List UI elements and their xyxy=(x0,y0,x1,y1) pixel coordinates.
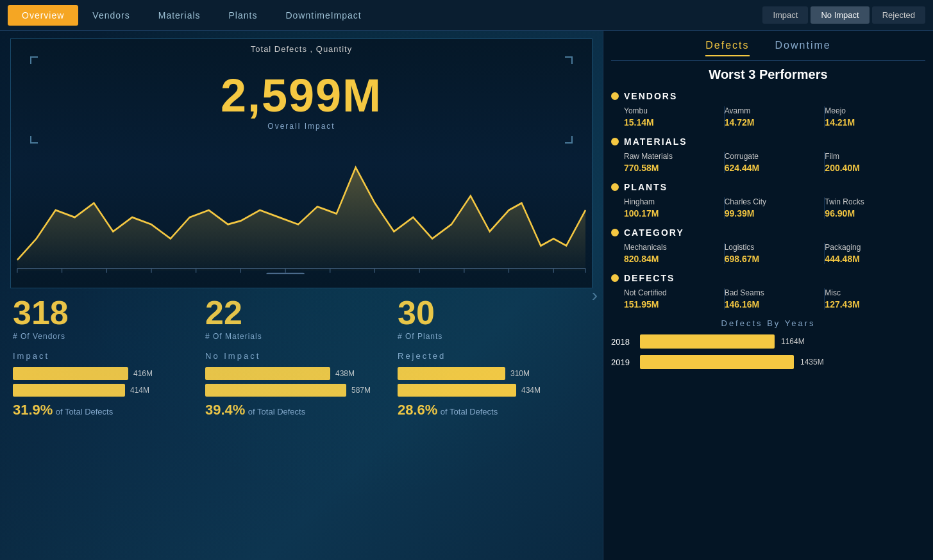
cat-item-name: Corrugate xyxy=(725,152,825,161)
categories-container: VENDORSYombu15.14MAvamm14.72MMeejo14.21M… xyxy=(611,91,925,309)
list-item: Twin Rocks96.90M xyxy=(825,197,925,218)
impact-bar-val-2: 414M xyxy=(130,386,149,395)
rejected-bar-val-1: 310M xyxy=(510,369,530,378)
category-header-vendors: VENDORS xyxy=(611,91,925,101)
vendors-count: 318 xyxy=(13,296,205,329)
rejected-bar-row-2: 434M xyxy=(398,384,590,397)
nav-tabs: Overview Vendors Materials Plants Downti… xyxy=(8,5,762,26)
tab-defects[interactable]: Defects xyxy=(705,40,749,56)
year-value: 1164M xyxy=(781,337,805,346)
list-item: Hingham100.17M xyxy=(624,197,725,218)
list-item: Logistics698.67M xyxy=(725,243,825,264)
next-arrow[interactable]: › xyxy=(592,285,598,306)
category-items-vendors: Yombu15.14MAvamm14.72MMeejo14.21M xyxy=(611,106,925,128)
stat-vendors: 318 # Of Vendors xyxy=(13,296,205,341)
plants-count: 30 xyxy=(398,296,590,329)
tab-vendors[interactable]: Vendors xyxy=(78,5,144,26)
line-chart xyxy=(11,146,592,274)
category-dot-icon xyxy=(611,92,619,100)
filter-no-impact[interactable]: No Impact xyxy=(811,6,869,24)
cat-item-value: 15.14M xyxy=(624,117,725,128)
category-section-category: CATEGORYMechanicals820.84MLogistics698.6… xyxy=(611,227,925,264)
year-bar xyxy=(640,334,775,349)
category-header-materials: MATERIALS xyxy=(611,136,925,147)
worst-title: Worst 3 Performers xyxy=(611,67,925,82)
filter-rejected[interactable]: Rejected xyxy=(872,6,925,24)
impact-percent-rejected: 28.6% of Total Defects xyxy=(398,402,590,418)
impact-percent-no-impact: 39.4% of Total Defects xyxy=(205,402,398,418)
category-title-category: CATEGORY xyxy=(624,227,684,238)
svg-rect-16 xyxy=(266,273,305,274)
year-row-2018: 20181164M xyxy=(611,334,925,349)
list-item: Avamm14.72M xyxy=(725,106,825,128)
year-value: 1435M xyxy=(800,358,824,366)
tab-downtime[interactable]: Downtime xyxy=(775,40,831,56)
impact-percent-impact: 31.9% of Total Defects xyxy=(13,402,205,418)
cat-item-name: Not Certified xyxy=(624,288,725,297)
year-label: 2019 xyxy=(611,358,634,367)
chart-title: Total Defects , Quantity xyxy=(11,39,592,54)
category-items-category: Mechanicals820.84MLogistics698.67MPackag… xyxy=(611,243,925,264)
cat-item-value: 151.95M xyxy=(624,299,725,309)
cat-item-name: Yombu xyxy=(624,106,725,115)
tab-materials[interactable]: Materials xyxy=(144,5,215,26)
list-item: Charles City99.39M xyxy=(725,197,825,218)
category-section-vendors: VENDORSYombu15.14MAvamm14.72MMeejo14.21M xyxy=(611,91,925,128)
list-item: Packaging444.48M xyxy=(825,243,925,264)
category-header-defects: DEFECTS xyxy=(611,273,925,283)
list-item: Misc127.43M xyxy=(825,288,925,309)
category-title-plants: PLANTS xyxy=(624,182,668,192)
stats-row: 318 # Of Vendors 22 # Of Materials 30 # … xyxy=(0,288,603,341)
cat-item-name: Avamm xyxy=(725,106,825,115)
years-section: Defects By Years 20181164M20191435M xyxy=(611,318,925,369)
list-item: Bad Seams146.16M xyxy=(725,288,825,309)
list-item: Meejo14.21M xyxy=(825,106,925,128)
filter-impact[interactable]: Impact xyxy=(762,6,808,24)
no-impact-bar-val-1: 438M xyxy=(335,369,355,378)
category-dot-icon xyxy=(611,274,619,282)
panel-tabs: Defects Downtime xyxy=(611,31,925,61)
bracket-bottom-left xyxy=(30,136,38,144)
impact-block-impact: Impact 416M 414M 31.9% of Total Defects xyxy=(13,351,205,418)
cat-item-name: Raw Materials xyxy=(624,152,725,161)
impact-bar-row-1: 416M xyxy=(13,367,205,380)
category-title-vendors: VENDORS xyxy=(624,91,677,101)
list-item: Film200.40M xyxy=(825,152,925,173)
tab-plants[interactable]: Plants xyxy=(215,5,272,26)
bracket-bottom-right xyxy=(565,136,573,144)
rejected-bar-row-1: 310M xyxy=(398,367,590,380)
cat-item-name: Mechanicals xyxy=(624,243,725,252)
right-panel: Defects Downtime Worst 3 Performers VEND… xyxy=(603,31,933,560)
vendors-label: # Of Vendors xyxy=(13,332,205,341)
rejected-bar-1 xyxy=(398,367,505,380)
cat-item-value: 698.67M xyxy=(725,254,825,264)
cat-item-name: Bad Seams xyxy=(725,288,825,297)
stat-materials: 22 # Of Materials xyxy=(205,296,398,341)
year-bar xyxy=(640,355,794,369)
category-dot-icon xyxy=(611,229,619,236)
filter-buttons: Impact No Impact Rejected xyxy=(762,6,925,24)
impact-title-impact: Impact xyxy=(13,351,205,361)
impact-bar-row-2: 414M xyxy=(13,384,205,397)
tab-downtime-impact[interactable]: DowntimeImpact xyxy=(271,5,375,26)
cat-item-value: 96.90M xyxy=(825,208,925,218)
impact-bar-1 xyxy=(13,367,128,380)
no-impact-bar-row-1: 438M xyxy=(205,367,398,380)
left-panel: Total Defects , Quantity 2,599M Overall … xyxy=(0,31,603,560)
cat-item-name: Twin Rocks xyxy=(825,197,925,206)
no-impact-bar-1 xyxy=(205,367,330,380)
stat-plants: 30 # Of Plants xyxy=(398,296,590,341)
total-defects-number: 2,599M xyxy=(11,69,592,122)
year-label: 2018 xyxy=(611,337,634,347)
materials-label: # Of Materials xyxy=(205,332,398,341)
cat-item-name: Charles City xyxy=(725,197,825,206)
category-section-defects: DEFECTSNot Certified151.95MBad Seams146.… xyxy=(611,273,925,309)
cat-item-value: 624.44M xyxy=(725,163,825,173)
category-items-defects: Not Certified151.95MBad Seams146.16MMisc… xyxy=(611,288,925,309)
category-items-plants: Hingham100.17MCharles City99.39MTwin Roc… xyxy=(611,197,925,218)
impact-block-no-impact: No Impact 438M 587M 39.4% of Total Defec… xyxy=(205,351,398,418)
tab-overview[interactable]: Overview xyxy=(8,5,78,26)
list-item: Yombu15.14M xyxy=(624,106,725,128)
impact-bar-2 xyxy=(13,384,125,397)
rejected-bar-2 xyxy=(398,384,516,397)
